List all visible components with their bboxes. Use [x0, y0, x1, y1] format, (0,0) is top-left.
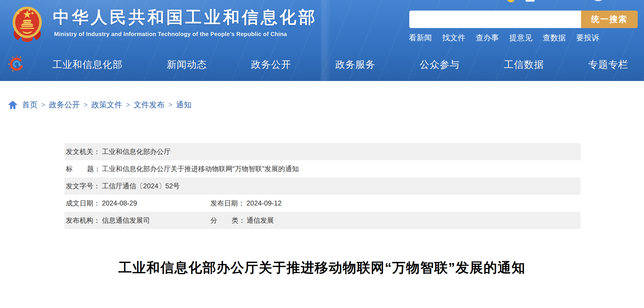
breadcrumb-separator: >	[126, 101, 130, 109]
main-nav: 工业和信息化部 新闻动态 政务公开 政务服务 公众参与 工信数据 专题专栏	[52, 58, 628, 71]
doc-meta-row-title: 标 题： 工业和信息化部办公厅关于推进移动物联网“万物智联”发展的通知	[64, 160, 580, 177]
meta-value: 工业和信息化部办公厅	[102, 148, 171, 155]
article-title: 工业和信息化部办公厅关于推进移动物联网“万物智联”发展的通知	[0, 259, 644, 277]
nav-item-gov-open[interactable]: 政务公开	[251, 58, 291, 71]
meta-label: 标 题：	[66, 160, 101, 177]
search-input[interactable]	[409, 11, 581, 28]
quick-link-news[interactable]: 看新闻	[409, 33, 432, 43]
quick-link-complaint[interactable]: 要投诉	[576, 33, 599, 43]
breadcrumb-gov-open[interactable]: 政务公开	[49, 100, 80, 110]
meta-value: 2024-09-12	[246, 199, 282, 207]
meta-value: 通信发展	[246, 216, 274, 224]
site-subtitle-en: Ministry of Industry and Information Tec…	[54, 31, 287, 37]
quick-link-feedback[interactable]: 提意见	[509, 33, 532, 43]
nav-item-public[interactable]: 公众参与	[420, 58, 460, 71]
quick-link-documents[interactable]: 找文件	[442, 33, 465, 43]
national-emblem-icon	[11, 5, 44, 44]
topbar-partial-icon-2	[526, 0, 535, 2]
breadcrumb: 首页 > 政务公开 > 政策文件 > 文件发布 > 通知	[8, 100, 191, 110]
breadcrumb-policy[interactable]: 政策文件	[91, 100, 122, 110]
site-header: 中华人民共和国工业和信息化部 Ministry of Industry and …	[0, 0, 644, 81]
meta-label: 发布日期：	[210, 195, 245, 212]
meta-value: 信息通信发展司	[102, 216, 150, 224]
quick-link-data[interactable]: 查数据	[543, 33, 566, 43]
quick-link-services[interactable]: 查办事	[476, 33, 499, 43]
meta-value: 工信厅通信〔2024〕52号	[102, 182, 180, 190]
miit-logo-icon	[8, 56, 25, 73]
home-icon[interactable]	[8, 101, 17, 109]
topbar-partial-icon-3	[594, 0, 602, 1]
site-title[interactable]: 中华人民共和国工业和信息化部	[53, 6, 317, 29]
meta-label: 发文机关：	[66, 143, 101, 160]
doc-meta-row-issuing-agency: 发文机关： 工业和信息化部办公厅	[64, 143, 580, 160]
nav-item-news[interactable]: 新闻动态	[167, 58, 207, 71]
breadcrumb-notice[interactable]: 通知	[176, 100, 191, 110]
doc-meta-row-dates: 成文日期： 2024-08-29 发布日期： 2024-09-12	[64, 195, 580, 212]
meta-label: 成文日期：	[66, 195, 101, 212]
meta-label: 发布机构：	[66, 212, 101, 229]
breadcrumb-home[interactable]: 首页	[22, 100, 37, 110]
meta-value: 2024-08-29	[102, 199, 137, 207]
doc-meta-row-publisher-category: 发布机构： 信息通信发展司 分 类： 通信发展	[64, 212, 580, 229]
topbar-partial-icon-1	[507, 0, 515, 2]
meta-value: 工业和信息化部办公厅关于推进移动物联网“万物智联”发展的通知	[102, 165, 299, 173]
meta-label: 分 类：	[210, 212, 245, 229]
page: 中华人民共和国工业和信息化部 Ministry of Industry and …	[0, 0, 644, 308]
doc-meta-table: 发文机关： 工业和信息化部办公厅 标 题： 工业和信息化部办公厅关于推进移动物联…	[64, 143, 580, 229]
breadcrumb-separator: >	[84, 101, 88, 109]
search-button[interactable]: 统一搜索	[581, 11, 638, 28]
meta-label: 发文字号：	[66, 177, 101, 195]
doc-meta-row-doc-number: 发文字号： 工信厅通信〔2024〕52号	[64, 177, 580, 195]
nav-item-services[interactable]: 政务服务	[335, 58, 376, 71]
nav-item-special[interactable]: 专题专栏	[588, 58, 628, 71]
nav-item-data[interactable]: 工信数据	[504, 58, 544, 71]
breadcrumb-separator: >	[168, 101, 172, 109]
quick-links: 看新闻 找文件 查办事 提意见 查数据 要投诉	[409, 33, 599, 43]
breadcrumb-release[interactable]: 文件发布	[134, 100, 165, 110]
nav-item-miit[interactable]: 工业和信息化部	[52, 58, 123, 71]
breadcrumb-separator: >	[41, 101, 45, 109]
